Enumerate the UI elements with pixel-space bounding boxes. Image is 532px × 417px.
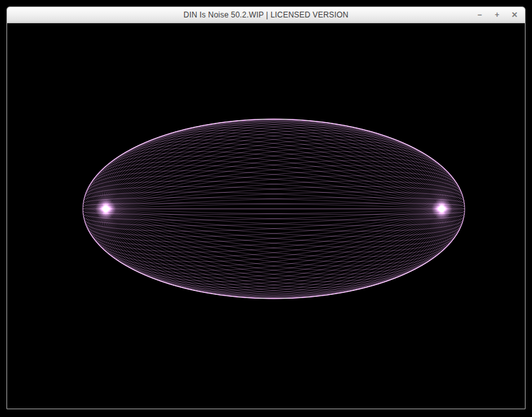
din-app-window: DIN Is Noise 50.2.WIP | LICENSED VERSION…	[6, 6, 526, 409]
din-visual-canvas[interactable]	[7, 23, 525, 409]
din-canvas-area[interactable]	[7, 23, 525, 409]
minimize-button[interactable]: −	[476, 7, 483, 23]
window-titlebar[interactable]: DIN Is Noise 50.2.WIP | LICENSED VERSION…	[7, 7, 525, 23]
maximize-button[interactable]: +	[493, 7, 501, 23]
close-button[interactable]: ✕	[511, 7, 518, 23]
window-title: DIN Is Noise 50.2.WIP | LICENSED VERSION	[184, 10, 349, 19]
desktop-background: DIN Is Noise 50.2.WIP | LICENSED VERSION…	[0, 0, 532, 417]
window-controls: − + ✕	[476, 7, 518, 23]
